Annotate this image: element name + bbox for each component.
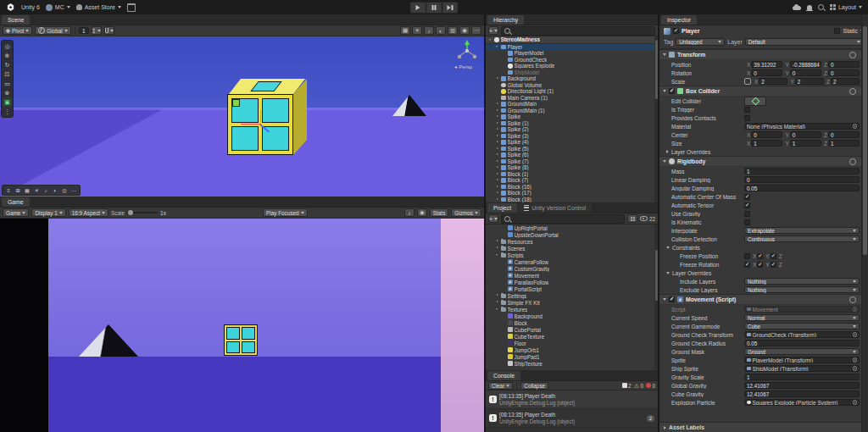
component-enabled-checkbox[interactable] xyxy=(669,296,675,302)
component-enabled-checkbox[interactable] xyxy=(669,88,675,94)
hierarchy-item[interactable]: Block (1) xyxy=(486,171,658,178)
tab-unity-version-control[interactable]: Unity Version Control xyxy=(518,203,592,213)
hierarchy-item[interactable]: Spike (4) xyxy=(486,139,658,146)
foldout-icon[interactable] xyxy=(502,51,507,56)
scrollbar-thumb[interactable] xyxy=(655,250,658,301)
y-value-field[interactable]: 0 xyxy=(790,131,821,139)
aspect-ratio-dropdown[interactable]: 16:9 Aspect xyxy=(69,208,108,217)
z-value-field[interactable]: 1 xyxy=(828,140,860,147)
object-picker-icon[interactable] xyxy=(853,332,858,337)
rigidbody-layer-overrides-foldout[interactable]: Layer Overrides xyxy=(659,269,868,277)
provides-contacts-checkbox[interactable] xyxy=(744,115,750,121)
hierarchy-item[interactable]: Player xyxy=(486,44,658,51)
project-scrollbar[interactable] xyxy=(654,224,658,370)
y-value-field[interactable]: 0 xyxy=(790,69,821,77)
foldout-icon[interactable] xyxy=(502,334,507,339)
hierarchy-item[interactable]: Spike (7) xyxy=(486,158,658,165)
project-item[interactable]: UpsideDownPortal xyxy=(486,231,658,238)
scrollbar-thumb[interactable] xyxy=(863,26,867,255)
foldout-icon[interactable] xyxy=(495,197,500,202)
effects-toggle-icon[interactable]: ◐ xyxy=(51,186,59,194)
play-focused-dropdown[interactable]: Play Focused xyxy=(263,208,308,217)
tab-game[interactable]: Game xyxy=(2,197,30,207)
foldout-icon[interactable] xyxy=(495,95,500,100)
foldout-icon[interactable] xyxy=(495,114,500,119)
scene-viewport[interactable]: ◎ ⊕ ↻ ⊡ ▭ ⊛ ▣ ⋮ ≡ xyxy=(0,36,484,197)
draw-mode-icon[interactable]: ⊞ xyxy=(14,186,22,194)
foldout-icon[interactable] xyxy=(664,426,666,429)
object-picker-icon[interactable] xyxy=(853,124,858,129)
script-object-field[interactable]: Movement xyxy=(744,306,860,313)
mass-field[interactable]: 1 xyxy=(744,168,860,175)
move-gizmo-x-axis[interactable] xyxy=(241,124,261,125)
cube-gravity-field[interactable]: 12.41067 xyxy=(744,390,860,398)
project-item[interactable]: PortalScript xyxy=(486,285,658,292)
foldout-icon[interactable] xyxy=(502,354,507,359)
view-tool[interactable]: ◎ xyxy=(3,42,12,51)
global-gravity-field[interactable]: 12.41067 xyxy=(744,382,860,390)
project-item[interactable]: Textures xyxy=(486,306,658,313)
player-cube-gameobject[interactable] xyxy=(227,79,307,155)
project-item[interactable]: JumpOrb1 xyxy=(486,346,658,353)
tab-scene[interactable]: Scene xyxy=(2,15,30,25)
collapse-button[interactable]: Collapse xyxy=(520,382,548,390)
foldout-icon[interactable] xyxy=(495,82,500,87)
scene-audio-icon[interactable]: ♪ xyxy=(424,26,434,35)
foldout-icon[interactable] xyxy=(495,140,500,145)
foldout-icon[interactable] xyxy=(495,127,500,132)
foldout-icon[interactable] xyxy=(663,90,666,92)
snap-magnet-dropdown[interactable] xyxy=(104,26,114,35)
project-search-input[interactable] xyxy=(501,214,625,224)
foldout-icon[interactable] xyxy=(495,89,500,94)
foldout-icon[interactable] xyxy=(495,178,500,183)
foldout-icon[interactable] xyxy=(663,298,666,301)
foldout-icon[interactable] xyxy=(502,327,507,332)
z-value-field[interactable]: 0 xyxy=(828,69,860,77)
use-gravity-checkbox[interactable] xyxy=(744,211,750,217)
hierarchy-item[interactable]: Block (16) xyxy=(486,184,658,191)
hierarchy-item[interactable]: Spike xyxy=(486,114,658,120)
console-entry[interactable]: [08:13:35] Player DeathUnityEngine.Debug… xyxy=(486,390,658,409)
z-value-field[interactable]: 0 xyxy=(828,61,860,69)
perspective-label[interactable]: Persp xyxy=(443,64,482,69)
hierarchy-item[interactable]: Block (17) xyxy=(486,190,658,197)
ground-check-transform-field[interactable]: GroundCheck (Transform) xyxy=(744,331,860,339)
custom-tool[interactable]: ▣ xyxy=(3,97,12,107)
foldout-icon[interactable] xyxy=(495,184,500,189)
foldout-icon[interactable] xyxy=(502,64,507,69)
is-trigger-checkbox[interactable] xyxy=(744,107,750,113)
mute-audio-button[interactable]: ♪ xyxy=(404,208,415,217)
foldout-icon[interactable] xyxy=(502,320,507,325)
hierarchy-item[interactable]: GroundCheck xyxy=(486,57,658,64)
hierarchy-item[interactable]: Spike (2) xyxy=(486,126,658,133)
foldout-icon[interactable] xyxy=(502,266,507,271)
current-speed-dropdown[interactable]: Normal xyxy=(744,314,860,322)
pause-button[interactable] xyxy=(426,2,442,14)
object-picker-icon[interactable] xyxy=(853,307,858,312)
project-item[interactable]: ParallaxFollow xyxy=(486,279,658,285)
grid-visibility-icon[interactable]: ▦ xyxy=(400,26,410,35)
y-value-field[interactable]: -0.2888684 xyxy=(790,61,821,69)
hierarchy-item[interactable]: Spike (8) xyxy=(486,164,658,171)
more-tools[interactable]: ⋮ xyxy=(3,107,12,116)
layer-dropdown[interactable]: Default xyxy=(745,38,864,46)
active-checkbox[interactable] xyxy=(673,28,679,34)
y-value-field[interactable]: 2 xyxy=(795,78,824,86)
foldout-icon[interactable] xyxy=(495,146,500,151)
scale-tool[interactable]: ⊡ xyxy=(3,69,12,79)
foldout-icon[interactable] xyxy=(495,76,500,81)
auto-center-of-mass-checkbox[interactable] xyxy=(744,194,750,200)
scale-slider-knob[interactable] xyxy=(128,210,133,215)
project-item[interactable]: Resources xyxy=(486,238,658,245)
rect-tool[interactable]: ▭ xyxy=(3,79,12,88)
object-picker-icon[interactable] xyxy=(853,400,858,405)
hierarchy-item[interactable]: StereoMadness xyxy=(486,36,658,44)
presets-icon[interactable] xyxy=(849,158,856,165)
scene-lighting-icon[interactable]: ☀ xyxy=(412,26,422,35)
foldout-icon[interactable] xyxy=(495,293,500,298)
tab-project[interactable]: Project xyxy=(487,203,517,213)
project-item[interactable]: Settings xyxy=(486,292,658,299)
add-gameobject-button[interactable] xyxy=(488,26,498,35)
scene-effects-icon[interactable]: ◐ xyxy=(436,26,446,35)
asset-labels-section[interactable]: Asset Labels xyxy=(659,422,862,432)
